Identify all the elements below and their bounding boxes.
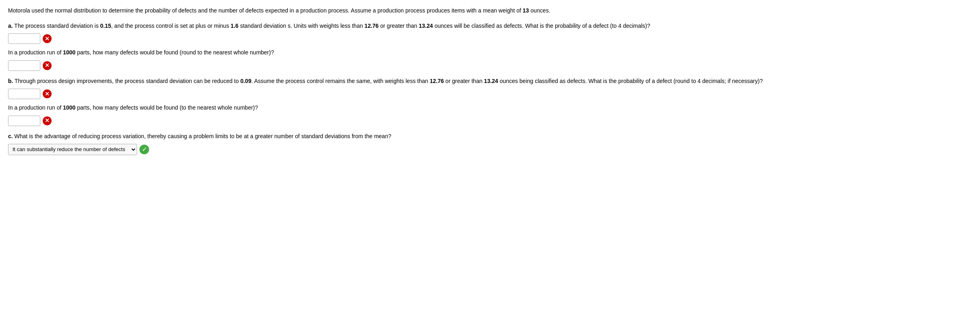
part-c-answer-row: It can substantially reduce the number o… — [8, 144, 972, 155]
part-b-error-icon2[interactable]: ✕ — [43, 116, 52, 125]
part-b-question1-text: b. Through process design improvements, … — [8, 77, 972, 85]
part-c-select[interactable]: It can substantially reduce the number o… — [8, 144, 137, 155]
part-a-answer2-row: ✕ — [8, 60, 972, 71]
part-a-lower: 12.76 — [365, 23, 379, 29]
part-b-input1[interactable] — [8, 89, 40, 99]
part-b-answer1-row: ✕ — [8, 89, 972, 99]
part-b-label: b. — [8, 78, 13, 84]
part-a-q1-before-upper: or greater than — [379, 23, 419, 29]
part-c-check-icon: ✓ — [139, 145, 149, 154]
part-b-answer2-row: ✕ — [8, 116, 972, 126]
part-b-block: b. Through process design improvements, … — [8, 77, 972, 126]
part-b-q1-before-lower: . Assume the process control remains the… — [251, 78, 430, 84]
part-a-input2[interactable] — [8, 60, 40, 71]
part-b-error-icon1[interactable]: ✕ — [43, 89, 52, 98]
part-b-lower: 12.76 — [430, 78, 444, 84]
part-b-question2-text: In a production run of 1000 parts, how m… — [8, 103, 972, 112]
part-a-error-icon2[interactable]: ✕ — [43, 61, 52, 70]
part-b-input2[interactable] — [8, 116, 40, 126]
part-a-input1[interactable] — [8, 33, 40, 44]
part-a-q2-end: parts, how many defects would be found (… — [75, 49, 274, 56]
part-b-std: 0.09 — [240, 78, 251, 84]
part-a-q1-before-std: The process standard deviation is — [14, 23, 100, 29]
part-b-q1-before-upper: or greater than — [444, 78, 484, 84]
part-b-q1-before-std: Through process design improvements, the… — [15, 78, 240, 84]
part-a-parts: 1000 — [63, 49, 75, 56]
part-b-q2-end: parts, how many defects would be found (… — [75, 104, 258, 111]
part-a-error-icon1[interactable]: ✕ — [43, 34, 52, 43]
part-a-label: a. — [8, 23, 13, 29]
part-c-question: What is the advantage of reducing proces… — [15, 133, 391, 139]
part-a-question1-text: a. The process standard deviation is 0.1… — [8, 21, 972, 30]
part-a-q1-before-lower: standard deviation s. Units with weights… — [239, 23, 365, 29]
part-a-block: a. The process standard deviation is 0.1… — [8, 21, 972, 71]
part-b-upper: 13.24 — [484, 78, 498, 84]
part-a-answer1-row: ✕ — [8, 33, 972, 44]
part-b-parts: 1000 — [63, 104, 75, 111]
part-a-q1-before-control: , and the process control is set at plus… — [111, 23, 230, 29]
intro-text-before: Motorola used the normal distribution to… — [8, 7, 523, 14]
part-b-q2-before-parts: In a production run of — [8, 104, 63, 111]
part-c-block: c. What is the advantage of reducing pro… — [8, 132, 972, 155]
intro-paragraph: Motorola used the normal distribution to… — [8, 6, 972, 15]
part-a-control: 1.6 — [230, 23, 238, 29]
part-a-q2-before-parts: In a production run of — [8, 49, 63, 56]
part-a-upper: 13.24 — [419, 23, 433, 29]
part-b-q1-end: ounces being classified as defects. What… — [498, 78, 763, 84]
part-c-label: c. — [8, 133, 13, 139]
intro-text-after: ounces. — [529, 7, 550, 14]
part-a-std: 0.15 — [100, 23, 111, 29]
part-c-question-text: c. What is the advantage of reducing pro… — [8, 132, 972, 141]
part-a-question2-text: In a production run of 1000 parts, how m… — [8, 48, 972, 57]
part-a-q1-end: ounces will be classified as defects. Wh… — [433, 23, 650, 29]
mean-weight: 13 — [523, 7, 529, 14]
